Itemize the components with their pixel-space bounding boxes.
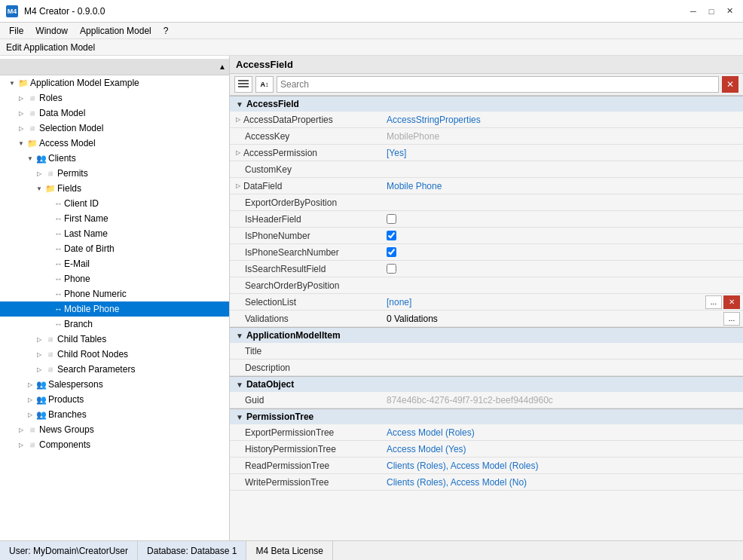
is-search-result-field-checkbox[interactable] [387, 264, 396, 274]
section-toggle-icon[interactable]: ▼ [236, 100, 243, 109]
tree-item-clients[interactable]: ▼ 👥 Clients [0, 151, 229, 166]
item-icon: ◽ [45, 169, 56, 179]
tree-item-app-model[interactable]: ▼ 📁 Application Model Example [0, 75, 229, 90]
expand-icon: ▷ [33, 170, 45, 177]
tree-item-last-name[interactable]: ↔ Last Name [0, 226, 229, 241]
prop-value[interactable]: Access Model (Roles) [381, 424, 743, 440]
expand-icon[interactable]: ▷ [236, 149, 240, 156]
is-phone-search-number-checkbox[interactable] [387, 247, 396, 257]
section-toggle-icon[interactable]: ▼ [236, 413, 243, 421]
tree-item-email[interactable]: ↔ E-Mail [0, 256, 229, 271]
expand-icon: ▷ [24, 412, 36, 418]
item-icon: ◽ [27, 93, 38, 103]
menu-help[interactable]: ? [157, 24, 175, 38]
prop-key: ReadPermissionTree [230, 457, 381, 473]
expand-icon[interactable]: ▷ [236, 182, 240, 189]
right-panel-title: AccessField [230, 56, 743, 74]
right-panel-empty [230, 491, 743, 536]
prop-value [381, 360, 743, 375]
prop-key: ▷AccessDataProperties [230, 112, 381, 127]
prop-value [381, 228, 743, 243]
tree-item-child-tables[interactable]: ▷ ◽ Child Tables [0, 332, 229, 347]
prop-value[interactable]: Clients (Roles), Access Model (Roles) [381, 457, 743, 473]
sort-list-button[interactable] [234, 76, 252, 93]
tree-item-permits[interactable]: ▷ ◽ Permits [0, 166, 229, 181]
tree-item-first-name[interactable]: ↔ First Name [0, 211, 229, 226]
tree-item-date-of-birth[interactable]: ↔ Date of Birth [0, 241, 229, 256]
prop-key: WritePermissionTree [230, 474, 381, 490]
section-application-model-item: ▼ ApplicationModelItem [230, 327, 743, 343]
tree-item-branches[interactable]: ▷ 👥 Branches [0, 407, 229, 422]
is-phone-number-checkbox[interactable] [387, 231, 396, 240]
left-panel-scroll-up[interactable]: ▲ [219, 63, 226, 71]
maximize-button[interactable]: □ [704, 4, 719, 19]
section-toggle-icon[interactable]: ▼ [236, 332, 243, 340]
tree-item-fields[interactable]: ▼ 📁 Fields [0, 181, 229, 196]
tree-item-data-model[interactable]: ▷ ◽ Data Model [0, 106, 229, 121]
section-access-field: ▼ AccessField [230, 96, 743, 112]
prop-value-selection-list[interactable]: [none] [381, 294, 705, 310]
menu-window[interactable]: Window [29, 24, 74, 38]
tree-label: E-Mail [64, 259, 90, 269]
tree-item-mobile-phone[interactable]: ↔ Mobile Phone [0, 301, 229, 317]
field-icon: ↔ [54, 214, 63, 223]
prop-row-is-phone-number: IsPhoneNumber [230, 228, 743, 244]
tree-item-components[interactable]: ▷ ◽ Components [0, 437, 229, 452]
tree-item-branch[interactable]: ↔ Branch [0, 317, 229, 332]
prop-key: Validations [230, 311, 381, 326]
tree-label: Date of Birth [64, 243, 115, 254]
tree-item-selection-model[interactable]: ▷ ◽ Selection Model [0, 121, 229, 136]
tree-label: Client ID [64, 198, 99, 209]
search-clear-button[interactable]: ✕ [722, 76, 738, 93]
menu-application-model[interactable]: Application Model [74, 24, 157, 38]
tree-item-roles[interactable]: ▷ ◽ Roles [0, 90, 229, 106]
prop-value[interactable]: [Yes] [381, 145, 743, 161]
prop-key: SelectionList [230, 294, 381, 310]
is-header-field-checkbox[interactable] [387, 214, 396, 224]
expand-icon: ▷ [15, 427, 27, 433]
svg-rect-2 [238, 86, 249, 87]
tree-item-products[interactable]: ▷ 👥 Products [0, 392, 229, 407]
selection-list-delete-button[interactable]: ✕ [723, 295, 740, 309]
prop-value [381, 211, 743, 227]
prop-row-description: Description [230, 360, 743, 376]
prop-key: ▷AccessPermission [230, 145, 381, 161]
prop-row-export-permission-tree: ExportPermissionTree Access Model (Roles… [230, 424, 743, 441]
status-database: Database: Database 1 [138, 541, 246, 560]
tree-item-phone[interactable]: ↔ Phone [0, 271, 229, 286]
prop-row-access-data-properties: ▷AccessDataProperties AccessStringProper… [230, 112, 743, 128]
expand-icon: ▷ [15, 95, 27, 102]
prop-value[interactable]: Mobile Phone [381, 178, 743, 194]
tree-item-access-model[interactable]: ▼ 📁 Access Model [0, 136, 229, 151]
selection-list-edit-button[interactable]: ... [705, 295, 722, 309]
prop-value[interactable]: Access Model (Yes) [381, 441, 743, 457]
item-icon: ◽ [45, 365, 56, 375]
menu-file[interactable]: File [3, 24, 29, 38]
prop-value[interactable]: Clients (Roles), Access Model (No) [381, 474, 743, 490]
left-panel: ▲ ▼ 📁 Application Model Example ▷ ◽ Role… [0, 56, 230, 540]
prop-value-guid: 874e46bc-4276-49f7-91c2-beef944d960c [381, 392, 743, 408]
sort-az-button[interactable]: A↕ [255, 76, 274, 93]
tree-item-search-parameters[interactable]: ▷ ◽ Search Parameters [0, 362, 229, 377]
close-button[interactable]: ✕ [722, 4, 737, 19]
tree-item-client-id[interactable]: ↔ Client ID [0, 196, 229, 211]
prop-key: IsSearchResultField [230, 261, 381, 277]
group-icon: 👥 [36, 380, 47, 390]
titlebar-controls: ─ □ ✕ [686, 4, 737, 19]
titlebar: M4 M4 Creator - 0.9.0.0 ─ □ ✕ [0, 0, 743, 23]
status-license: M4 Beta License [246, 541, 332, 560]
tree-item-child-root-nodes[interactable]: ▷ ◽ Child Root Nodes [0, 347, 229, 362]
tree-item-news-groups[interactable]: ▷ ◽ News Groups [0, 422, 229, 437]
minimize-button[interactable]: ─ [686, 4, 701, 19]
prop-value-validations: 0 Validations [381, 311, 723, 326]
tree-item-phone-numeric[interactable]: ↔ Phone Numeric [0, 286, 229, 301]
section-toggle-icon[interactable]: ▼ [236, 381, 243, 389]
tree-item-salespersons[interactable]: ▷ 👥 Salespersons [0, 377, 229, 392]
tree-label: Mobile Phone [64, 304, 119, 314]
search-input[interactable] [277, 76, 719, 93]
validations-edit-button[interactable]: ... [723, 312, 740, 326]
tree-label: News Groups [39, 424, 94, 435]
prop-row-selection-list: SelectionList [none] ... ✕ [230, 294, 743, 311]
prop-value[interactable]: AccessStringProperties [381, 112, 743, 127]
expand-icon[interactable]: ▷ [236, 116, 240, 123]
